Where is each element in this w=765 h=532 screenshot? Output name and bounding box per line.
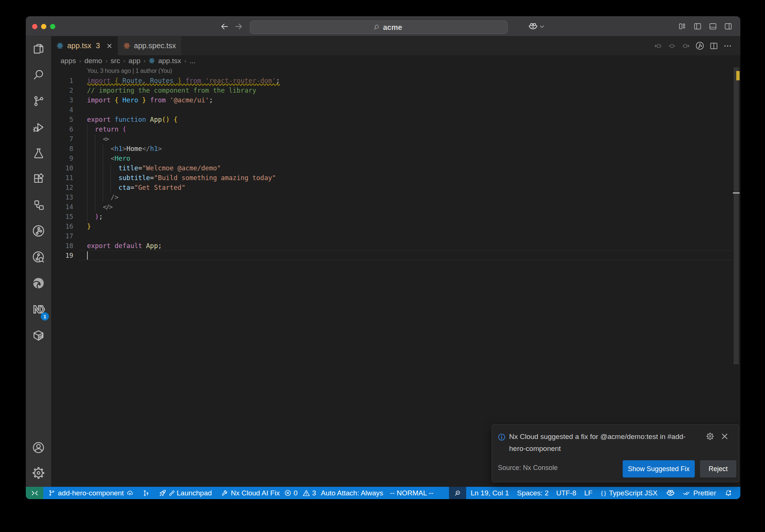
notification-settings-icon[interactable] <box>706 432 714 440</box>
customize-layout-icon <box>678 22 687 31</box>
line-number: 6 <box>51 124 73 134</box>
auto-attach-status-item[interactable]: Auto Attach: Always <box>321 487 383 499</box>
code-line-10[interactable]: 10 title="Welcmoe @acme/demo" <box>51 163 740 173</box>
edge-browser-icon[interactable] <box>26 274 51 292</box>
code-line-18[interactable]: 18export default App; <box>51 241 740 251</box>
code-text: export function App() { <box>87 115 177 124</box>
close-window-button[interactable] <box>32 24 37 29</box>
account-icon[interactable] <box>26 439 51 457</box>
package-icon[interactable] <box>26 327 51 344</box>
minimize-window-button[interactable] <box>41 24 46 29</box>
text-cursor <box>87 251 88 260</box>
cursor-position-status-item[interactable]: Ln 19, Col 1 <box>471 487 509 499</box>
copilot-menu[interactable] <box>528 16 545 36</box>
breadcrumb-item[interactable]: app.tsx <box>158 57 181 65</box>
gitlens-icon[interactable] <box>26 248 51 266</box>
problems-status-item[interactable]: 0 3 <box>284 487 316 499</box>
code-line-7[interactable]: 7 <> <box>51 134 740 144</box>
language-mode-status-item[interactable]: { } TypeScript JSX <box>601 487 657 499</box>
code-line-11[interactable]: 11 subtitle="Build something amazing tod… <box>51 173 740 183</box>
vim-mode-status-item[interactable]: -- NORMAL -- <box>390 487 433 499</box>
code-text: return ( <box>87 124 126 134</box>
overview-ruler[interactable] <box>732 66 740 487</box>
code-text: ); <box>87 212 103 222</box>
formatter-status-item[interactable]: Prettier <box>682 487 716 499</box>
code-line-13[interactable]: 13 /> <box>51 192 740 202</box>
vscode-window: acme <box>26 16 740 499</box>
git-commits-status-item[interactable] <box>142 487 150 499</box>
extensions-icon[interactable] <box>26 170 51 188</box>
double-check-icon <box>682 489 691 497</box>
run-debug-icon[interactable] <box>26 118 51 136</box>
nx-console-icon[interactable]: 1 <box>26 300 51 318</box>
git-graph-icon[interactable] <box>26 222 51 240</box>
breadcrumb-item[interactable]: app <box>128 57 140 65</box>
zoom-status-item[interactable] <box>449 487 466 499</box>
breadcrumb-item[interactable]: ... <box>189 57 195 65</box>
errors-icon <box>284 489 292 497</box>
git-blame-annotation: You, 3 hours ago | 1 author (You) <box>87 66 172 76</box>
eol-status-item[interactable]: LF <box>584 487 592 499</box>
code-text: } <box>87 222 91 231</box>
zoom-window-button[interactable] <box>50 24 55 29</box>
scrollbar-thumb[interactable] <box>734 67 739 364</box>
command-center-search[interactable]: acme <box>250 21 508 34</box>
show-suggested-fix-button[interactable]: Show Suggested Fix <box>623 460 695 477</box>
line-number: 15 <box>51 212 73 222</box>
notification-close-icon[interactable] <box>721 432 729 440</box>
navigate-forward-button[interactable] <box>232 22 246 31</box>
encoding-status-item[interactable]: UTF-8 <box>556 487 576 499</box>
breadcrumb-item[interactable]: src <box>111 57 120 65</box>
line-number: 7 <box>51 134 73 144</box>
split-editor-icon[interactable] <box>709 41 718 50</box>
code-line-4[interactable]: 4 <box>51 105 740 115</box>
code-line-3[interactable]: 3import { Hero } from '@acme/ui'; <box>51 95 740 105</box>
remote-indicator[interactable] <box>26 487 43 499</box>
editor[interactable]: You, 3 hours ago | 1 author (You) 1impor… <box>51 66 740 487</box>
previous-change-icon[interactable] <box>654 41 663 50</box>
breadcrumb-item[interactable]: demo <box>84 57 102 65</box>
code-line-12[interactable]: 12 cta="Get Started" <box>51 183 740 192</box>
code-line-8[interactable]: 8 <h1>Home</h1> <box>51 144 740 154</box>
reject-button[interactable]: Reject <box>700 460 736 477</box>
code-line-5[interactable]: 5export function App() { <box>51 115 740 124</box>
code-line-1[interactable]: 1import { Route, Routes } from 'react-ro… <box>51 76 740 86</box>
code-line-6[interactable]: 6 return ( <box>51 124 740 134</box>
line-number: 1 <box>51 76 73 86</box>
branch-status-item[interactable]: add-hero-component <box>48 487 134 499</box>
launchpad-status-item[interactable]: Launchpad <box>158 487 212 499</box>
tab-problem-count: 3 <box>96 41 100 50</box>
close-tab-icon[interactable] <box>106 43 112 49</box>
tab-app-spec-tsx[interactable]: app.spec.tsx <box>118 36 182 55</box>
breadcrumbs[interactable]: apps›demo›src›app›app.tsx›... <box>51 55 740 66</box>
copilot-status-icon <box>666 489 675 498</box>
code-line-15[interactable]: 15 ); <box>51 212 740 222</box>
git-graph-action-icon[interactable] <box>695 41 704 50</box>
source-control-icon[interactable] <box>26 92 51 110</box>
settings-gear-icon[interactable] <box>26 464 51 482</box>
code-line-9[interactable]: 9 <Hero <box>51 154 740 163</box>
launchpad-label: Launchpad <box>177 489 212 497</box>
code-line-14[interactable]: 14 </> <box>51 202 740 212</box>
project-flow-icon[interactable] <box>26 196 51 214</box>
notifications-status-item[interactable] <box>724 487 733 499</box>
line-number: 11 <box>51 173 73 183</box>
open-change-icon[interactable] <box>668 41 676 50</box>
code-text: <Hero <box>87 154 130 163</box>
next-change-icon[interactable] <box>681 41 690 50</box>
search-sidebar-icon[interactable] <box>26 66 51 84</box>
copilot-status-item[interactable] <box>666 487 675 499</box>
breadcrumb-item[interactable]: apps <box>61 57 76 65</box>
navigate-back-button[interactable] <box>217 22 232 31</box>
bell-icon <box>724 489 733 497</box>
more-actions-icon[interactable] <box>723 41 732 50</box>
code-line-17[interactable]: 17 <box>51 231 740 241</box>
nx-cloud-fix-status-item[interactable]: Nx Cloud AI Fix <box>221 487 280 499</box>
code-line-16[interactable]: 16} <box>51 222 740 231</box>
explorer-icon[interactable] <box>26 40 51 58</box>
testing-icon[interactable] <box>26 144 51 162</box>
search-value: acme <box>383 23 402 32</box>
indentation-status-item[interactable]: Spaces: 2 <box>517 487 549 499</box>
tab-app-tsx[interactable]: app.tsx 3 <box>51 36 118 55</box>
code-line-2[interactable]: 2// importing the component from the lib… <box>51 86 740 95</box>
